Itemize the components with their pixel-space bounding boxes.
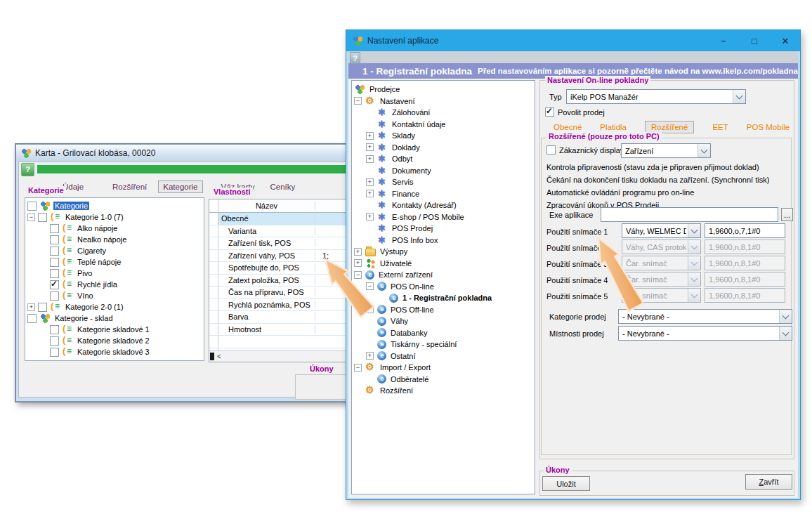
settings-tab[interactable]: Obecné xyxy=(554,123,582,131)
tree-item[interactable]: Kategorie 1-0 (7) xyxy=(25,211,204,223)
row-selector[interactable] xyxy=(209,225,218,237)
zakaznicky-display-checkbox[interactable]: Zákaznický display xyxy=(546,145,624,155)
expander-icon[interactable] xyxy=(366,190,374,197)
checkbox[interactable] xyxy=(27,314,37,323)
kategorie-prodej-select[interactable]: - Nevybrané - xyxy=(618,309,792,324)
expander-icon[interactable] xyxy=(366,143,374,151)
expander-icon[interactable] xyxy=(366,155,374,163)
tree-item[interactable]: Ostatní xyxy=(352,350,535,362)
tree-item[interactable]: Teplé nápoje xyxy=(25,256,204,268)
tree-item[interactable]: E-shop / POS Mobile xyxy=(352,211,535,223)
scanner-device-select[interactable]: Váhy, CAS protok xyxy=(622,239,701,254)
settings-tab[interactable]: EET xyxy=(712,123,728,131)
tree-item[interactable]: Rychlé jídla xyxy=(25,279,204,290)
exe-aplikace-field[interactable] xyxy=(601,207,778,222)
scroll-left-icon[interactable]: < xyxy=(214,353,224,360)
expander-icon[interactable] xyxy=(366,132,374,140)
checkbox[interactable] xyxy=(27,202,37,211)
expander-icon[interactable] xyxy=(366,178,374,186)
tree-item[interactable]: Sklady xyxy=(352,130,535,142)
close-window-button[interactable]: Zavřít xyxy=(745,474,792,490)
checkbox[interactable] xyxy=(50,224,59,233)
expander-icon[interactable] xyxy=(354,364,362,372)
row-selector[interactable] xyxy=(209,237,218,249)
scanner-checkbox[interactable]: Použití snímače 4 xyxy=(546,276,608,284)
scanner-device-select[interactable]: Čar. snímač xyxy=(622,288,701,303)
expander-icon[interactable] xyxy=(366,352,374,360)
mistnosti-prodej-select[interactable]: - Nevybrané - xyxy=(618,326,792,341)
scanner-params-field[interactable]: 1,9600,n,8,1#0 xyxy=(705,272,785,287)
row-selector[interactable] xyxy=(209,299,218,311)
checkbox[interactable] xyxy=(50,247,59,256)
scanner-checkbox[interactable]: Použití snímače 3 xyxy=(546,260,608,268)
expander-icon[interactable] xyxy=(366,306,374,313)
expander-icon[interactable] xyxy=(354,97,362,105)
expander-icon[interactable] xyxy=(366,213,374,221)
scanner-checkbox[interactable]: Použití snímače 5 xyxy=(546,292,608,301)
row-selector[interactable] xyxy=(209,275,218,287)
checkbox[interactable] xyxy=(50,325,59,334)
tree-item[interactable]: Prodejce xyxy=(352,84,535,96)
zakaznicky-display-select[interactable]: Zařízení xyxy=(621,143,711,158)
tree-item[interactable]: 1 - Registrační pokladna xyxy=(352,292,535,304)
scanner-params-field[interactable]: 1,9600,n,8,1#0 xyxy=(705,288,785,303)
row-selector[interactable] xyxy=(209,213,218,225)
tree-item[interactable]: Kategorie xyxy=(25,200,204,211)
tree-item[interactable]: POS Info box xyxy=(352,235,535,247)
scanner-params-field[interactable]: 1,9600,n,8,1#0 xyxy=(705,239,785,254)
tree-item[interactable]: Kontakty (Adresář) xyxy=(352,199,535,211)
expander-icon[interactable] xyxy=(27,214,35,221)
tree-item[interactable]: Externí zařízení xyxy=(352,269,535,281)
help-icon[interactable]: ? xyxy=(21,163,34,176)
checkbox[interactable] xyxy=(50,258,59,267)
karta-tab[interactable]: Ceníky xyxy=(270,183,295,191)
scanner-device-select[interactable]: Čar. snímač xyxy=(622,272,701,287)
checkbox[interactable] xyxy=(50,269,59,278)
row-selector[interactable] xyxy=(209,324,218,336)
tree-item[interactable]: POS Prodej xyxy=(352,223,535,235)
tree-item[interactable]: Odbyt xyxy=(352,153,535,165)
maximize-button[interactable]: □ xyxy=(747,36,762,46)
tree-item[interactable]: Výstupy xyxy=(352,246,535,258)
checkbox[interactable] xyxy=(38,213,47,222)
expander-icon[interactable] xyxy=(366,282,374,290)
tree-item[interactable]: Pivo xyxy=(25,268,204,279)
scanner-params-field[interactable]: 1,9600,n,8,1#0 xyxy=(705,256,785,270)
row-selector[interactable] xyxy=(209,311,218,323)
expander-icon[interactable] xyxy=(27,303,35,311)
tree-item[interactable]: Nealko nápoje xyxy=(25,234,204,245)
typ-select[interactable]: iKelp POS Manažér xyxy=(566,89,746,104)
karta-tab[interactable]: Kategorie xyxy=(158,180,202,193)
row-selector[interactable] xyxy=(209,287,218,298)
tree-item[interactable]: Váhy xyxy=(352,315,535,327)
tree-item[interactable]: Import / Export xyxy=(352,362,535,374)
tree-item[interactable]: Rozšíření xyxy=(352,385,535,397)
tree-item[interactable]: Kontaktní údaje xyxy=(352,119,535,131)
tree-item[interactable]: Kategorie - sklad xyxy=(25,313,204,324)
settings-checkbox[interactable]: Automatické ovládání programu pro on-lin… xyxy=(546,186,769,199)
tree-item[interactable]: Zálohování xyxy=(352,107,535,119)
tree-item[interactable]: Kategorie skladové 3 xyxy=(25,346,204,357)
browse-button[interactable]: ... xyxy=(781,208,793,221)
tree-item[interactable]: POS Off-line xyxy=(352,304,535,316)
close-icon[interactable]: ✕ xyxy=(778,36,793,46)
scanner-params-field[interactable]: 1,9600,o,7,1#0 xyxy=(705,223,785,238)
tree-item[interactable]: Kategorie skladové 1 xyxy=(25,324,204,335)
tree-item[interactable]: Dokumenty xyxy=(352,165,535,177)
tree-item[interactable]: Cigarety xyxy=(25,245,204,256)
checkbox[interactable] xyxy=(50,336,59,346)
row-selector[interactable] xyxy=(209,262,218,274)
scanner-checkbox[interactable]: Použití snímače 1 xyxy=(546,228,608,236)
checkbox[interactable] xyxy=(50,280,59,289)
tree-item[interactable]: Uživatelé xyxy=(352,258,535,270)
expander-icon[interactable] xyxy=(354,259,362,267)
help-icon[interactable]: ? xyxy=(350,52,360,64)
tree-item[interactable]: Odběratelé xyxy=(352,374,535,386)
save-button[interactable]: Uložit xyxy=(542,476,590,491)
tree-item[interactable]: Databanky xyxy=(352,327,535,339)
tree-item[interactable]: Tiskárny - speciální xyxy=(352,339,535,350)
tree-item[interactable]: POS On-line xyxy=(352,281,535,293)
tree-item[interactable]: Kategorie 2-0 (1) xyxy=(25,301,204,313)
scanner-device-select[interactable]: Váhy, WELMEC Di xyxy=(622,223,701,238)
tree-item[interactable]: Doklady xyxy=(352,142,535,154)
